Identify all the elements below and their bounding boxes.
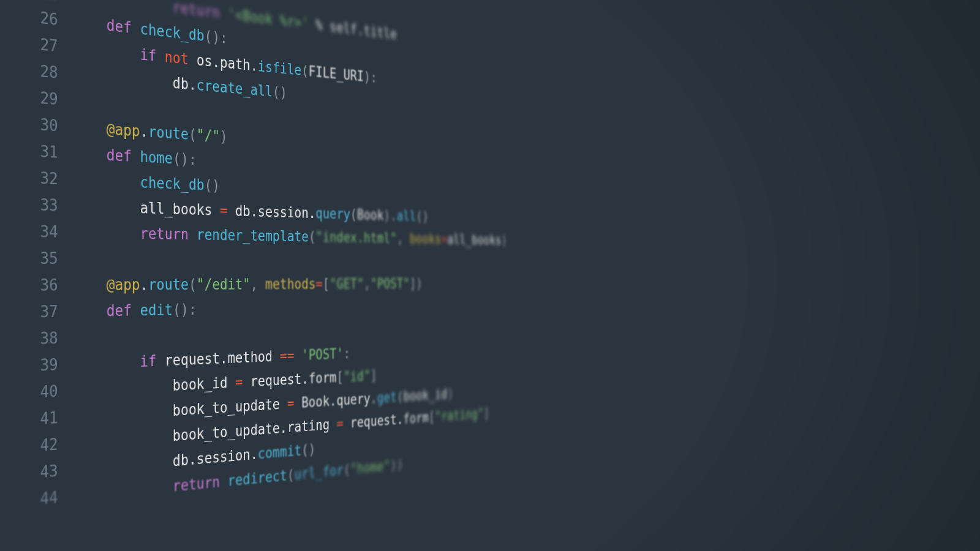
line-number: 37 bbox=[0, 298, 72, 326]
token: . bbox=[251, 57, 258, 74]
token: all bbox=[397, 208, 416, 224]
line-number: 34 bbox=[0, 217, 72, 246]
token: book_id bbox=[403, 386, 447, 404]
token: commit bbox=[258, 442, 301, 462]
token: return bbox=[173, 0, 220, 21]
token: = bbox=[235, 373, 243, 391]
token: () bbox=[205, 176, 220, 194]
line-number: 35 bbox=[0, 244, 72, 272]
token: [ bbox=[429, 409, 435, 425]
token: methods bbox=[265, 276, 315, 293]
token: ( bbox=[309, 228, 316, 245]
token: session bbox=[197, 446, 251, 468]
token: all_books bbox=[447, 232, 501, 248]
line-number: 39 bbox=[0, 351, 72, 381]
token: . bbox=[397, 411, 404, 427]
token: == bbox=[280, 347, 295, 364]
token: . bbox=[140, 276, 148, 294]
line-number: 32 bbox=[0, 162, 72, 193]
token: , bbox=[364, 276, 371, 292]
token: @app bbox=[107, 276, 140, 294]
token: ). bbox=[383, 208, 396, 223]
token: "GET" bbox=[330, 276, 364, 292]
token: ) bbox=[447, 386, 453, 401]
token: "/" bbox=[197, 126, 220, 144]
token: FILE_URI bbox=[309, 63, 364, 84]
token: redirect bbox=[228, 467, 287, 489]
token: = bbox=[220, 202, 228, 219]
token: ( bbox=[287, 467, 295, 484]
token: (): bbox=[173, 301, 197, 318]
line-number: 33 bbox=[0, 189, 72, 219]
token: ) bbox=[220, 128, 228, 145]
token: = bbox=[315, 276, 322, 292]
token: def bbox=[107, 16, 132, 36]
token: db bbox=[173, 451, 189, 470]
token: . bbox=[280, 419, 287, 437]
token: not bbox=[165, 48, 189, 68]
token: edit bbox=[140, 301, 173, 319]
token: Book bbox=[357, 206, 384, 223]
token: check_db bbox=[140, 20, 205, 45]
token: . bbox=[251, 203, 258, 220]
token bbox=[220, 4, 228, 22]
token: isfile bbox=[258, 58, 301, 78]
token: ( bbox=[397, 389, 404, 405]
token: . bbox=[212, 53, 220, 71]
token: [ bbox=[323, 276, 330, 292]
line-number: 31 bbox=[0, 134, 72, 166]
token: render_template bbox=[197, 226, 309, 245]
token: % self bbox=[309, 16, 357, 38]
token: () bbox=[301, 441, 315, 458]
token: book_id bbox=[173, 374, 235, 394]
token bbox=[132, 302, 140, 320]
token: . bbox=[189, 451, 197, 468]
token: ): bbox=[364, 69, 377, 86]
token: . bbox=[309, 205, 316, 222]
token: query bbox=[336, 391, 370, 408]
token: ) bbox=[501, 233, 507, 248]
token: , bbox=[251, 276, 265, 293]
token: () bbox=[416, 209, 429, 225]
token: = bbox=[336, 416, 343, 432]
token: check_db bbox=[140, 174, 204, 193]
token: : bbox=[344, 345, 350, 361]
token: ( bbox=[189, 126, 197, 143]
token: "index.html" bbox=[315, 229, 396, 246]
token: . bbox=[371, 390, 377, 406]
token: title bbox=[364, 23, 397, 42]
token: (): bbox=[173, 150, 197, 168]
token: )) bbox=[390, 457, 403, 473]
token: form bbox=[403, 410, 429, 427]
token: route bbox=[148, 123, 189, 143]
token: , bbox=[397, 231, 410, 247]
code-editor[interactable]: 25 return '<Book %r>' % self.title26 def… bbox=[0, 0, 699, 551]
token: () bbox=[273, 83, 287, 101]
line-number: 36 bbox=[0, 272, 72, 299]
token: ( bbox=[344, 462, 350, 478]
token: . bbox=[140, 122, 148, 140]
token: . bbox=[330, 392, 336, 409]
token: books bbox=[410, 231, 441, 247]
token: get bbox=[377, 389, 397, 406]
token: "home" bbox=[350, 458, 390, 478]
token: [ bbox=[336, 369, 343, 386]
token: session bbox=[258, 203, 309, 221]
token bbox=[132, 148, 140, 165]
token: rating bbox=[287, 416, 337, 435]
token bbox=[294, 347, 301, 364]
token: if bbox=[140, 352, 156, 370]
token: query bbox=[315, 205, 350, 222]
line-number: 38 bbox=[0, 324, 72, 354]
token: home bbox=[140, 148, 173, 167]
token: 'POST' bbox=[301, 346, 343, 364]
token: book_to_update bbox=[173, 395, 287, 419]
token: = bbox=[287, 395, 295, 411]
token: path bbox=[220, 54, 251, 73]
token: ]) bbox=[410, 276, 423, 291]
token: Book bbox=[294, 393, 330, 411]
token: def bbox=[107, 302, 132, 320]
token: request bbox=[344, 412, 397, 432]
token: form bbox=[309, 369, 337, 386]
token: db bbox=[228, 202, 251, 219]
